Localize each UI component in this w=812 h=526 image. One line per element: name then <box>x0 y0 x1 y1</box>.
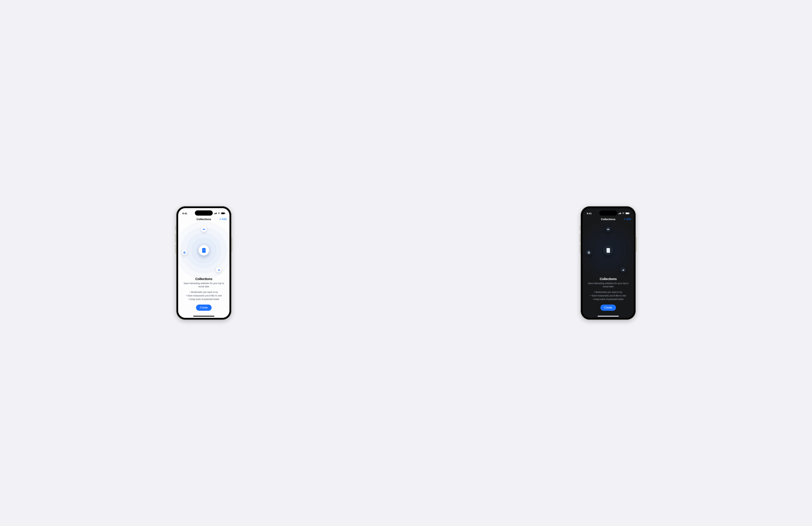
battery-icon <box>625 213 629 214</box>
plane-icon <box>216 267 221 273</box>
document-icon <box>603 245 613 255</box>
add-button[interactable]: + Add <box>219 218 227 221</box>
phone-volume-up <box>175 234 176 243</box>
cellular-icon <box>618 213 621 214</box>
document-icon <box>199 245 209 255</box>
navigation-bar: Collections + Add <box>582 216 634 222</box>
phone-mute-switch <box>175 226 176 231</box>
status-time: 9:41 <box>183 212 187 215</box>
content-subtitle: Save interesting websites for your trip … <box>585 282 632 288</box>
cellular-icon <box>214 213 217 214</box>
bullet-item: Bookmarks you want to try <box>186 290 222 294</box>
plane-icon <box>620 267 626 273</box>
bullet-item: Bookmarks you want to try <box>590 290 626 294</box>
battery-icon <box>221 213 225 214</box>
tram-icon <box>586 250 592 255</box>
light-mode-panel: 9:41 Collections + Add <box>3 3 404 523</box>
radar-illustration <box>582 223 634 277</box>
nav-title: Collections <box>601 218 615 221</box>
car-icon <box>606 227 611 232</box>
create-button[interactable]: Create <box>600 305 616 311</box>
phone-power-button <box>232 237 232 252</box>
bullet-item: Save restaurants you'd like to visit <box>186 294 222 297</box>
phone-power-button <box>636 237 637 252</box>
bullet-item: Save restaurants you'd like to visit <box>590 294 626 297</box>
add-button-label: Add <box>222 218 227 221</box>
dark-mode-panel: 9:41 Collections + Add <box>408 3 809 523</box>
content-subtitle: Save interesting websites for your trip … <box>180 282 227 288</box>
feature-bullets: Bookmarks you want to try Save restauran… <box>186 290 222 301</box>
radar-illustration <box>178 223 230 277</box>
bullet-item: Keep track of potential hotels <box>186 297 222 301</box>
dynamic-island <box>599 210 617 216</box>
empty-state-content: Collections Save interesting websites fo… <box>582 277 634 318</box>
empty-state-content: Collections Save interesting websites fo… <box>178 277 230 318</box>
navigation-bar: Collections + Add <box>178 216 230 222</box>
feature-bullets: Bookmarks you want to try Save restauran… <box>590 290 626 301</box>
nav-title: Collections <box>197 218 211 221</box>
status-time: 9:41 <box>587 212 592 215</box>
tram-icon <box>182 250 187 255</box>
phone-frame-light: 9:41 Collections + Add <box>176 206 231 320</box>
home-indicator <box>598 316 619 317</box>
phone-mute-switch <box>580 226 580 231</box>
phone-volume-down <box>175 244 176 253</box>
phone-volume-down <box>580 244 580 253</box>
create-button[interactable]: Create <box>196 305 212 311</box>
phone-volume-up <box>580 234 580 243</box>
home-indicator <box>193 316 214 317</box>
wifi-icon <box>218 213 220 214</box>
bullet-item: Keep track of potential hotels <box>590 297 626 301</box>
wifi-icon <box>622 213 625 214</box>
dynamic-island <box>195 210 213 216</box>
add-button[interactable]: + Add <box>624 218 631 221</box>
phone-frame-dark: 9:41 Collections + Add <box>581 206 636 320</box>
plus-icon: + <box>624 218 626 221</box>
car-icon <box>201 227 206 232</box>
add-button-label: Add <box>626 218 631 221</box>
plus-icon: + <box>219 218 221 221</box>
